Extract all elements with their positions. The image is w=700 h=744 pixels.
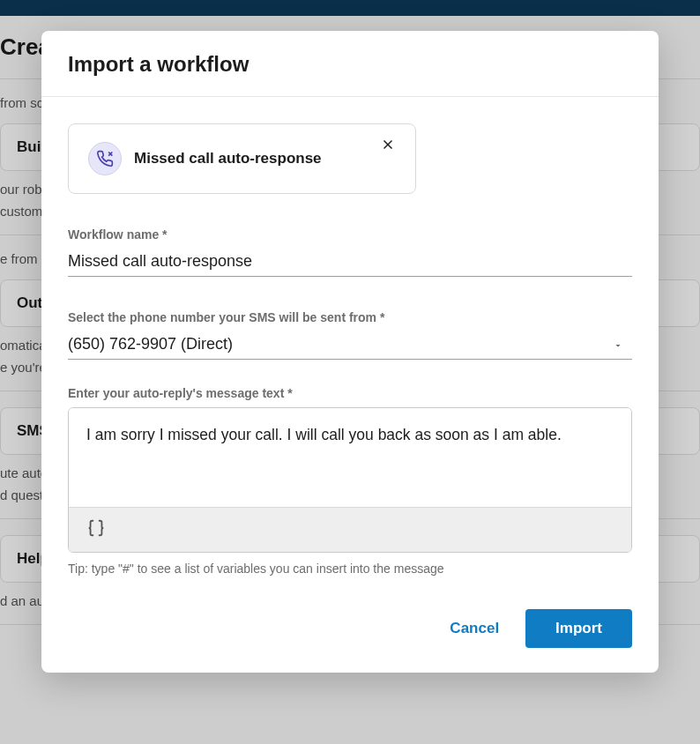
modal-footer: Cancel Import	[41, 593, 659, 673]
chevron-down-icon	[613, 339, 623, 354]
missed-call-icon	[88, 142, 122, 175]
modal-body: Missed call auto-response Workflow name …	[41, 97, 659, 593]
workflow-name-label: Workflow name *	[68, 227, 632, 242]
modal-title: Import a workflow	[68, 52, 632, 77]
braces-icon	[85, 525, 108, 540]
message-group: Enter your auto-reply's message text * T…	[68, 386, 632, 576]
message-textarea[interactable]	[69, 408, 631, 503]
message-editor	[68, 407, 632, 553]
modal-header: Import a workflow	[41, 31, 659, 97]
workflow-name-group: Workflow name *	[68, 227, 632, 277]
phone-number-label: Select the phone number your SMS will be…	[68, 310, 632, 324]
modal-overlay: Import a workflow Missed call auto-respo…	[0, 0, 700, 744]
workflow-preview-card: Missed call auto-response	[68, 123, 416, 194]
message-label: Enter your auto-reply's message text *	[68, 386, 632, 400]
workflow-card-title: Missed call auto-response	[134, 150, 322, 167]
workflow-name-input[interactable]	[68, 249, 632, 277]
variables-toolbar[interactable]	[69, 507, 631, 552]
import-workflow-modal: Import a workflow Missed call auto-respo…	[41, 31, 659, 673]
close-icon[interactable]	[380, 137, 396, 156]
phone-number-group: Select the phone number your SMS will be…	[68, 310, 632, 360]
import-button[interactable]: Import	[525, 609, 632, 648]
phone-number-value: (650) 762-9907 (Direct)	[68, 335, 233, 353]
phone-number-select[interactable]: (650) 762-9907 (Direct)	[68, 331, 632, 360]
tip-text: Tip: type "#" to see a list of variables…	[68, 562, 632, 576]
cancel-button[interactable]: Cancel	[450, 620, 499, 637]
